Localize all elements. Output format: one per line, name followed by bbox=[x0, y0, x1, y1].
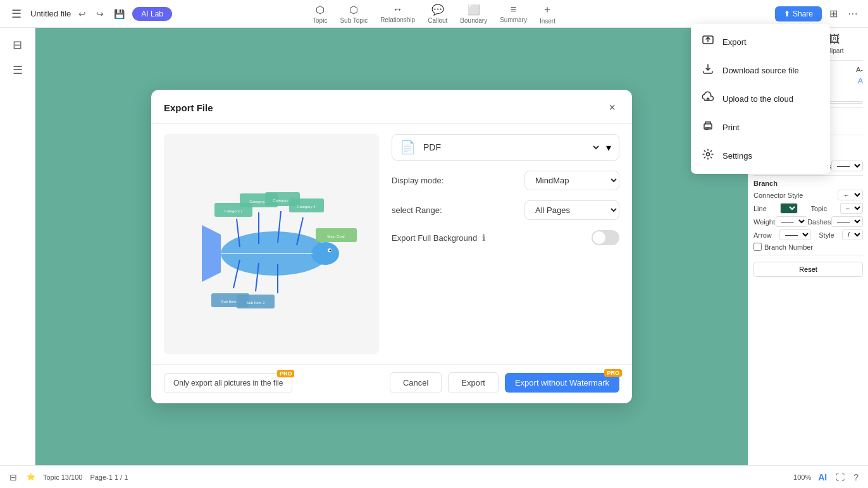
tool-topic[interactable]: ⬡ Topic bbox=[313, 4, 327, 24]
select-range-label: select Range: bbox=[392, 205, 442, 215]
modal-options: 📄 PDF PNG SVG Word ▾ Display mode: MindM… bbox=[392, 134, 619, 354]
branch-number-checkbox[interactable] bbox=[753, 243, 762, 251]
hamburger-menu[interactable]: ☰ bbox=[8, 3, 25, 25]
dropdown-download-source[interactable]: Download source file bbox=[691, 56, 830, 85]
left-panel: ⊟ ☰ bbox=[0, 28, 35, 465]
modal-close-button[interactable]: × bbox=[605, 100, 619, 116]
connector-style-label: Connector Style bbox=[753, 192, 803, 199]
connector-style-row: Connector Style ← bbox=[753, 190, 863, 200]
branch-weight-label: Weight bbox=[753, 218, 775, 226]
export-watermark-badge: PRO bbox=[604, 369, 622, 377]
select-range-select[interactable]: All Pages Current Page bbox=[524, 200, 619, 220]
svg-text:Category 1: Category 1 bbox=[224, 209, 243, 213]
branch-dashes-select[interactable]: —— bbox=[831, 216, 863, 227]
topic-label: Topic bbox=[313, 17, 327, 24]
grid-view-button[interactable]: ⊞ bbox=[827, 5, 840, 22]
export-bg-toggle[interactable] bbox=[592, 230, 619, 245]
divider-5 bbox=[753, 255, 863, 255]
display-mode-select[interactable]: MindMap Outline Fish Bone bbox=[524, 171, 619, 190]
save-button[interactable]: 💾 bbox=[111, 6, 127, 21]
export-button[interactable]: Export bbox=[448, 372, 499, 393]
ai-lab-button[interactable]: AI Lab bbox=[132, 7, 172, 21]
ai-badge[interactable]: AI bbox=[816, 470, 829, 484]
arrow-select[interactable]: —— bbox=[779, 229, 811, 240]
export-icon bbox=[701, 34, 715, 50]
dropdown-export[interactable]: Export bbox=[691, 28, 830, 56]
redo-button[interactable]: ↪ bbox=[94, 6, 106, 21]
info-icon[interactable]: ℹ bbox=[482, 233, 485, 243]
relationship-label: Relationship bbox=[380, 16, 415, 23]
tool-insert[interactable]: ＋ Insert bbox=[540, 3, 555, 25]
svg-text:Main Goal: Main Goal bbox=[327, 235, 344, 238]
arrow-label: Arrow bbox=[753, 231, 772, 239]
branch-number-label: Branch Number bbox=[764, 243, 813, 251]
divider-4 bbox=[753, 175, 863, 176]
svg-text:Category 3: Category 3 bbox=[273, 198, 292, 202]
format-select[interactable]: PDF PNG SVG Word bbox=[421, 142, 601, 153]
svg-point-8 bbox=[330, 250, 332, 252]
format-select-row: 📄 PDF PNG SVG Word ▾ bbox=[392, 134, 619, 161]
export-watermark-label: Export without Watermark bbox=[515, 378, 609, 387]
svg-marker-5 bbox=[202, 225, 221, 282]
clipart-icon: 🖼 bbox=[829, 33, 840, 46]
summary-icon: ≡ bbox=[511, 4, 516, 15]
line-topic-select[interactable]: – bbox=[840, 203, 863, 214]
display-mode-row: Display mode: MindMap Outline Fish Bone bbox=[392, 171, 619, 190]
toolbar-center: ⬡ Topic ⬡ Sub Topic ↔ Relationship 💬 Cal… bbox=[313, 3, 555, 25]
fill-icon: A bbox=[858, 76, 863, 85]
tool-subtopic[interactable]: ⬡ Sub Topic bbox=[340, 4, 368, 24]
chevron-format-icon: ▾ bbox=[606, 142, 611, 154]
list-icon: ☰ bbox=[13, 63, 23, 77]
fullscreen-button[interactable]: ⛶ bbox=[834, 470, 846, 484]
export-bg-label: Export Full Background bbox=[392, 233, 477, 243]
modal-header: Export File × bbox=[151, 90, 632, 124]
tool-relationship[interactable]: ↔ Relationship bbox=[380, 4, 415, 23]
boundary-icon: ⬜ bbox=[468, 4, 480, 16]
print-icon bbox=[701, 119, 715, 135]
tool-summary[interactable]: ≡ Summary bbox=[500, 4, 527, 23]
undo-button[interactable]: ↩ bbox=[76, 6, 89, 21]
reset-button[interactable]: Reset bbox=[753, 262, 863, 277]
dropdown-settings[interactable]: Settings bbox=[691, 142, 830, 170]
share-button[interactable]: ⬆ Share bbox=[775, 6, 822, 21]
insert-label: Insert bbox=[540, 18, 555, 25]
modal-footer: Only export all pictures in the file PRO… bbox=[151, 364, 632, 403]
dropdown-upload-cloud[interactable]: Upload to the cloud bbox=[691, 85, 830, 113]
share-icon: ⬆ bbox=[784, 9, 790, 18]
mindmap-svg: Category 1 Category 2 Category 3 Categor… bbox=[177, 137, 366, 351]
relationship-icon: ↔ bbox=[393, 4, 403, 15]
callout-label: Callout bbox=[428, 17, 447, 24]
export-watermark-button[interactable]: Export without Watermark PRO bbox=[505, 373, 619, 393]
download-source-icon bbox=[701, 63, 715, 78]
line-color-select[interactable]: ● bbox=[780, 203, 798, 214]
export-bg-row: Export Full Background ℹ bbox=[392, 230, 619, 245]
export-modal: Export File × bbox=[151, 90, 632, 403]
dropdown-print[interactable]: Print bbox=[691, 113, 830, 142]
tool-boundary[interactable]: ⬜ Boundary bbox=[460, 4, 487, 24]
pro-export-button[interactable]: Only export all pictures in the file PRO bbox=[164, 373, 292, 393]
line-label: Line bbox=[753, 205, 767, 212]
svg-point-6 bbox=[311, 242, 339, 265]
more-options-button[interactable]: ⋯ bbox=[845, 5, 860, 22]
pdf-icon: 📄 bbox=[400, 140, 416, 155]
insert-icon: ＋ bbox=[542, 3, 552, 16]
share-label: Share bbox=[793, 9, 813, 18]
expand-collapse-button[interactable]: ⊟ bbox=[9, 34, 26, 56]
status-right: 100% AI ⛶ ? bbox=[793, 470, 860, 484]
branch-weight-select[interactable]: —— bbox=[776, 216, 807, 227]
status-bar: ⊟ ⭐ Topic 13/100 Page-1 1 / 1 100% AI ⛶ … bbox=[0, 465, 868, 488]
branch-number-row: Branch Number bbox=[753, 243, 863, 251]
connector-style-select[interactable]: ← bbox=[838, 190, 863, 200]
file-title: Untitled file bbox=[30, 9, 71, 18]
cancel-button[interactable]: Cancel bbox=[390, 372, 442, 393]
pro-badge: PRO bbox=[277, 370, 295, 377]
sidebar-toggle-button[interactable]: ⊟ bbox=[8, 470, 19, 484]
svg-point-2 bbox=[707, 153, 710, 156]
style-select-2[interactable]: / bbox=[842, 229, 863, 240]
border-dashes-select[interactable]: —— bbox=[831, 161, 863, 171]
expand-icon: ⊟ bbox=[13, 38, 22, 52]
list-view-button[interactable]: ☰ bbox=[9, 59, 27, 81]
settings-label: Settings bbox=[722, 151, 752, 161]
help-button[interactable]: ? bbox=[852, 470, 860, 484]
tool-callout[interactable]: 💬 Callout bbox=[428, 4, 447, 24]
